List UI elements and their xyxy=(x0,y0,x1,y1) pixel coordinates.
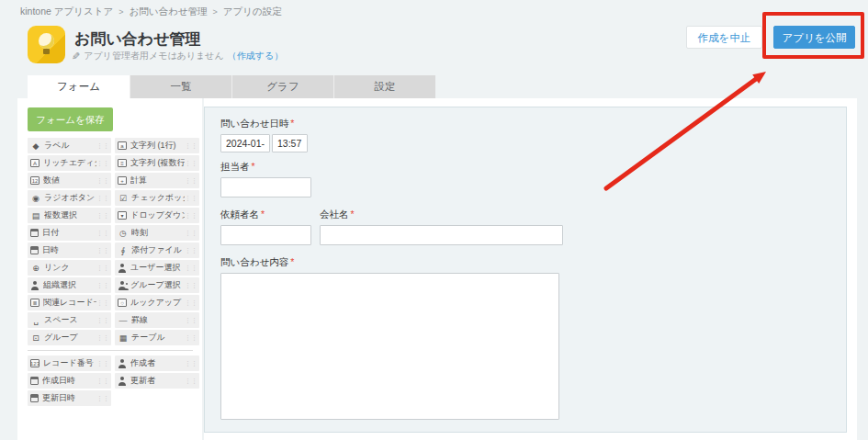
inquiry-content-textarea[interactable] xyxy=(220,273,559,420)
field-item-label: 時刻 xyxy=(131,227,185,239)
multiselect-icon: ▤ xyxy=(30,211,41,220)
time-icon: ◷ xyxy=(118,229,129,238)
field-item[interactable]: ◷時刻⋮⋮ xyxy=(115,225,199,241)
field-item[interactable]: ▾ドロップダウン⋮⋮ xyxy=(115,208,199,223)
updated-datetime-icon xyxy=(30,394,39,402)
field-item[interactable]: ␣スペース⋮⋮ xyxy=(28,312,111,328)
table-icon: ▦ xyxy=(118,333,129,343)
admin-memo-row: ✎ アプリ管理者用メモはありません （作成する） xyxy=(72,50,283,62)
field-item[interactable]: 12数値⋮⋮ xyxy=(28,173,111,188)
drag-handle-icon: ⋮⋮ xyxy=(96,395,109,401)
field-item-label: 更新日時 xyxy=(42,392,96,404)
assignee-input[interactable] xyxy=(220,177,311,197)
field-item[interactable]: 組織選択⋮⋮ xyxy=(28,277,111,293)
field-item[interactable]: 123レコード番号⋮⋮ xyxy=(28,355,111,371)
field-item[interactable]: ≣関連レコード一覧⋮⋮ xyxy=(28,295,111,310)
publish-app-button[interactable]: アプリを公開 xyxy=(773,26,855,49)
breadcrumb-link-app[interactable]: お問い合わせ管理 xyxy=(130,6,208,17)
richtext-icon: A xyxy=(30,159,39,167)
field-item[interactable]: ◉ラジオボタン⋮⋮ xyxy=(28,190,111,206)
drag-handle-icon: ⋮⋮ xyxy=(96,142,109,149)
field-item[interactable]: ∮添付ファイル⋮⋮ xyxy=(115,243,199,258)
field-item-label: 日時 xyxy=(42,244,96,256)
field-item-label: ラジオボタン xyxy=(44,192,96,204)
field-item-label: リッチエディター xyxy=(43,157,96,169)
drag-handle-icon: ⋮⋮ xyxy=(185,212,197,219)
tab-bar: フォーム一覧グラフ設定 xyxy=(28,75,435,98)
field-item[interactable]: 作成者⋮⋮ xyxy=(115,355,199,371)
field-item-label: 日付 xyxy=(42,227,96,239)
lookup-icon: ○ xyxy=(118,299,127,307)
space-icon: ␣ xyxy=(30,316,41,325)
memo-create-link[interactable]: （作成する） xyxy=(228,50,283,62)
field-item-label: 文字列 (複数行) xyxy=(130,157,185,169)
field-item[interactable]: ⊕リンク⋮⋮ xyxy=(28,260,111,276)
field-item-label: テーブル xyxy=(131,332,185,344)
field-item[interactable]: グループ選択⋮⋮ xyxy=(115,277,199,293)
field-item[interactable]: ユーザー選択⋮⋮ xyxy=(115,260,199,276)
field-label-assignee: 担当者* xyxy=(220,161,846,174)
drag-handle-icon: ⋮⋮ xyxy=(185,230,197,236)
drag-handle-icon: ⋮⋮ xyxy=(96,247,109,254)
breadcrumb: kintone アプリストア>お問い合わせ管理>アプリの設定 xyxy=(20,6,282,18)
field-item[interactable]: ☑チェックボックス⋮⋮ xyxy=(115,190,199,206)
org-select-icon xyxy=(30,281,40,290)
drag-handle-icon: ⋮⋮ xyxy=(185,282,197,288)
link-icon: ⊕ xyxy=(30,264,41,273)
field-group-main: ◆ラベル⋮⋮a文字列 (1行)⋮⋮Aリッチエディター⋮⋮≡文字列 (複数行)⋮⋮… xyxy=(28,138,200,345)
field-item-label: グループ選択 xyxy=(130,279,185,291)
field-item-label: スペース xyxy=(44,314,96,326)
field-item-label: 関連レコード一覧 xyxy=(43,297,96,309)
memo-text: アプリ管理者用メモはありません xyxy=(84,50,224,62)
field-item[interactable]: +計算⋮⋮ xyxy=(115,173,199,188)
tab-form[interactable]: フォーム xyxy=(28,75,130,98)
field-item[interactable]: 日時⋮⋮ xyxy=(28,243,111,258)
company-input[interactable] xyxy=(320,225,563,245)
cancel-creation-button[interactable]: 作成を中止 xyxy=(686,26,762,49)
field-item[interactable]: a文字列 (1行)⋮⋮ xyxy=(115,138,199,153)
field-item[interactable]: 更新日時⋮⋮ xyxy=(28,390,111,406)
field-item[interactable]: Aリッチエディター⋮⋮ xyxy=(28,155,111,171)
field-item-label: ユーザー選択 xyxy=(130,262,185,274)
tab-list[interactable]: 一覧 xyxy=(130,75,231,98)
field-item-label: 計算 xyxy=(130,175,185,186)
field-item[interactable]: 作成日時⋮⋮ xyxy=(28,373,111,389)
field-item-label: 作成日時 xyxy=(42,375,96,387)
field-item[interactable]: ▤複数選択⋮⋮ xyxy=(28,208,111,223)
field-item[interactable]: 更新者⋮⋮ xyxy=(115,373,199,389)
field-item[interactable]: ◆ラベル⋮⋮ xyxy=(28,138,111,153)
required-mark: * xyxy=(351,209,355,220)
drag-handle-icon: ⋮⋮ xyxy=(96,317,109,323)
field-item-label: 添付ファイル xyxy=(131,244,185,256)
breadcrumb-link-appstore[interactable]: kintone アプリストア xyxy=(20,6,113,17)
creator-icon xyxy=(118,359,128,368)
form-field-assignee xyxy=(220,177,846,197)
field-item[interactable]: ▦テーブル⋮⋮ xyxy=(115,330,199,345)
requester-input[interactable] xyxy=(220,225,311,245)
text-single-icon: a xyxy=(118,141,127,150)
drag-handle-icon: ⋮⋮ xyxy=(96,360,109,367)
field-item[interactable]: —罫線⋮⋮ xyxy=(115,312,199,328)
drag-handle-icon: ⋮⋮ xyxy=(185,142,197,149)
field-item[interactable]: ⊡グループ⋮⋮ xyxy=(28,330,111,345)
field-item[interactable]: ○ルックアップ⋮⋮ xyxy=(115,295,199,310)
form-field-requester: 依頼者名* xyxy=(220,209,311,245)
drag-handle-icon: ⋮⋮ xyxy=(185,334,197,341)
required-mark: * xyxy=(252,161,255,172)
save-form-button[interactable]: フォームを保存 xyxy=(28,107,113,131)
required-mark: * xyxy=(290,256,294,267)
tab-graph[interactable]: グラフ xyxy=(231,75,333,98)
inquiry-time-input[interactable] xyxy=(272,134,308,152)
field-item[interactable]: 日付⋮⋮ xyxy=(28,225,111,241)
field-item-label: 数値 xyxy=(43,175,96,186)
drag-handle-icon: ⋮⋮ xyxy=(96,265,109,271)
field-item-label: ルックアップ xyxy=(130,297,185,309)
drag-handle-icon: ⋮⋮ xyxy=(96,334,109,341)
tab-settings[interactable]: 設定 xyxy=(333,75,435,98)
memo-note-icon: ✎ xyxy=(72,51,80,62)
inquiry-date-input[interactable] xyxy=(220,134,270,152)
recordnum-icon: 123 xyxy=(30,359,39,367)
field-item[interactable]: ≡文字列 (複数行)⋮⋮ xyxy=(115,155,199,171)
drag-handle-icon: ⋮⋮ xyxy=(185,177,197,184)
field-item-label: ラベル xyxy=(44,140,96,152)
